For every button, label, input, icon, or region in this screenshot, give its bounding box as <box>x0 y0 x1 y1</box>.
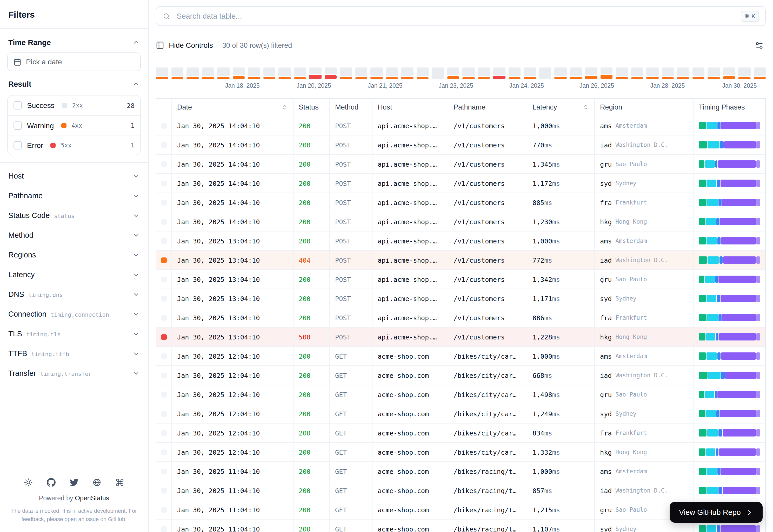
timeline-bar[interactable] <box>202 67 214 79</box>
checkbox[interactable] <box>13 101 22 110</box>
timeline-bar[interactable] <box>233 67 245 79</box>
view-github-repo-button[interactable]: View GitHub Repo <box>670 502 763 523</box>
filter-section[interactable]: Status Code status <box>7 206 141 225</box>
table-row[interactable]: Jan 30, 2025 13:04:10404POSTapi.acme-sho… <box>156 251 765 270</box>
timeline-bar[interactable] <box>186 67 199 79</box>
timeline-bar[interactable] <box>646 67 659 79</box>
table-row[interactable]: Jan 30, 2025 13:04:10200POSTapi.acme-sho… <box>156 289 765 308</box>
timeline-bar[interactable] <box>754 67 766 79</box>
globe-icon[interactable] <box>92 478 101 487</box>
filter-section[interactable]: Regions <box>7 245 141 265</box>
table-row[interactable]: Jan 30, 2025 14:04:10200POSTapi.acme-sho… <box>156 135 765 155</box>
open-issue-link[interactable]: open an issue <box>64 516 99 522</box>
timeline-bar[interactable] <box>263 67 275 79</box>
timeline-bar[interactable] <box>692 67 704 79</box>
theme-toggle-sun-icon[interactable] <box>24 478 33 487</box>
timeline-bar[interactable] <box>248 67 260 79</box>
table-row[interactable]: Jan 30, 2025 13:04:10200POSTapi.acme-sho… <box>156 270 765 289</box>
timeline-bar[interactable] <box>616 67 628 79</box>
row-select-indicator[interactable] <box>156 270 172 289</box>
filter-section[interactable]: Host <box>7 166 141 186</box>
table-row[interactable]: Jan 30, 2025 12:04:10200GETacme-shop.com… <box>156 443 765 462</box>
timeline-bar[interactable] <box>524 67 536 79</box>
filter-section[interactable]: Pathname <box>7 186 141 206</box>
row-select-indicator[interactable] <box>156 328 172 346</box>
timeline-bar[interactable] <box>508 67 520 79</box>
checkbox[interactable] <box>13 121 22 129</box>
table-row[interactable]: Jan 30, 2025 13:04:10200POSTapi.acme-sho… <box>156 308 765 328</box>
twitter-icon[interactable] <box>70 478 78 487</box>
row-select-indicator[interactable] <box>156 366 172 385</box>
table-row[interactable]: Jan 30, 2025 14:04:10200POSTapi.acme-sho… <box>156 212 765 231</box>
timeline-bar[interactable] <box>309 67 321 79</box>
command-icon[interactable] <box>115 478 124 487</box>
table-row[interactable]: Jan 30, 2025 12:04:10200GETacme-shop.com… <box>156 385 765 404</box>
timeline-bar[interactable] <box>600 67 613 79</box>
filter-section[interactable]: Transfer timing.transfer <box>7 363 141 383</box>
search-input[interactable] <box>175 11 735 21</box>
filter-section[interactable]: Connection timing.connection <box>7 304 141 324</box>
row-select-indicator[interactable] <box>156 135 172 154</box>
timeline-bar[interactable] <box>355 67 367 79</box>
timeline-bar[interactable] <box>462 67 474 79</box>
row-select-indicator[interactable] <box>156 308 172 327</box>
row-select-indicator[interactable] <box>156 155 172 173</box>
row-select-indicator[interactable] <box>156 404 172 423</box>
openstatus-link[interactable]: OpenStatus <box>75 495 109 502</box>
row-select-indicator[interactable] <box>156 174 172 193</box>
row-select-indicator[interactable] <box>156 385 172 404</box>
timeline-bar[interactable] <box>493 67 505 79</box>
result-option[interactable]: Success 2xx 28 <box>8 96 140 115</box>
table-row[interactable]: Jan 30, 2025 13:04:10500POSTapi.acme-sho… <box>156 328 765 347</box>
timeline-bar[interactable] <box>631 67 643 79</box>
column-header-date[interactable]: Date <box>172 99 294 116</box>
table-row[interactable]: Jan 30, 2025 14:04:10200POSTapi.acme-sho… <box>156 116 765 135</box>
table-row[interactable]: Jan 30, 2025 12:04:10200GETacme-shop.com… <box>156 424 765 443</box>
timeline-bar[interactable] <box>370 67 383 79</box>
timeline-bar[interactable] <box>585 67 597 79</box>
row-select-indicator[interactable] <box>156 424 172 442</box>
row-select-indicator[interactable] <box>156 481 172 500</box>
row-select-indicator[interactable] <box>156 462 172 481</box>
table-row[interactable]: Jan 30, 2025 14:04:10200POSTapi.acme-sho… <box>156 193 765 212</box>
filter-section[interactable]: TLS timing.tls <box>7 324 141 344</box>
table-row[interactable]: Jan 30, 2025 14:04:10200POSTapi.acme-sho… <box>156 155 765 174</box>
table-row[interactable]: Jan 30, 2025 12:04:10200GETacme-shop.com… <box>156 404 765 424</box>
timeline-bar[interactable] <box>478 67 490 79</box>
table-row[interactable]: Jan 30, 2025 11:04:10200GETacme-shop.com… <box>156 462 765 481</box>
row-select-indicator[interactable] <box>156 231 172 250</box>
timeline-bar[interactable] <box>156 67 168 79</box>
result-section-header[interactable]: Result <box>7 74 141 94</box>
column-header-latency[interactable]: Latency <box>527 99 595 116</box>
timeline-bar[interactable] <box>279 67 291 79</box>
time-range-section-header[interactable]: Time Range <box>7 33 141 52</box>
timeline-bar[interactable] <box>324 67 337 79</box>
result-option[interactable]: Error 5xx 1 <box>8 135 140 155</box>
checkbox[interactable] <box>13 141 22 149</box>
filter-section[interactable]: DNS timing.dns <box>7 284 141 304</box>
timeline-bar[interactable] <box>554 67 566 79</box>
timeline-bar[interactable] <box>171 67 183 79</box>
timeline-bar[interactable] <box>569 67 582 79</box>
timeline-bar[interactable] <box>294 67 306 79</box>
timeline-bar[interactable] <box>539 67 551 79</box>
table-row[interactable]: Jan 30, 2025 13:04:10200POSTapi.acme-sho… <box>156 231 765 251</box>
row-select-indicator[interactable] <box>156 251 172 269</box>
timeline-bar[interactable] <box>723 67 735 79</box>
filter-section[interactable]: TTFB timing.ttfb <box>7 344 141 363</box>
timeline-bar[interactable] <box>738 67 750 79</box>
timeline-bar[interactable] <box>447 67 459 79</box>
row-select-indicator[interactable] <box>156 289 172 308</box>
timeline-bar[interactable] <box>217 67 229 79</box>
github-icon[interactable] <box>47 478 56 487</box>
timeline-bar[interactable] <box>401 67 413 79</box>
view-options-button[interactable] <box>753 39 766 52</box>
filter-section[interactable]: Latency <box>7 265 141 284</box>
row-select-indicator[interactable] <box>156 443 172 461</box>
timeline-bar[interactable] <box>340 67 352 79</box>
date-picker[interactable]: Pick a date <box>7 52 141 71</box>
table-row[interactable]: Jan 30, 2025 12:04:10200GETacme-shop.com… <box>156 347 765 366</box>
timeline-bar[interactable] <box>386 67 398 79</box>
timeline-bar[interactable] <box>708 67 720 79</box>
row-select-indicator[interactable] <box>156 193 172 212</box>
